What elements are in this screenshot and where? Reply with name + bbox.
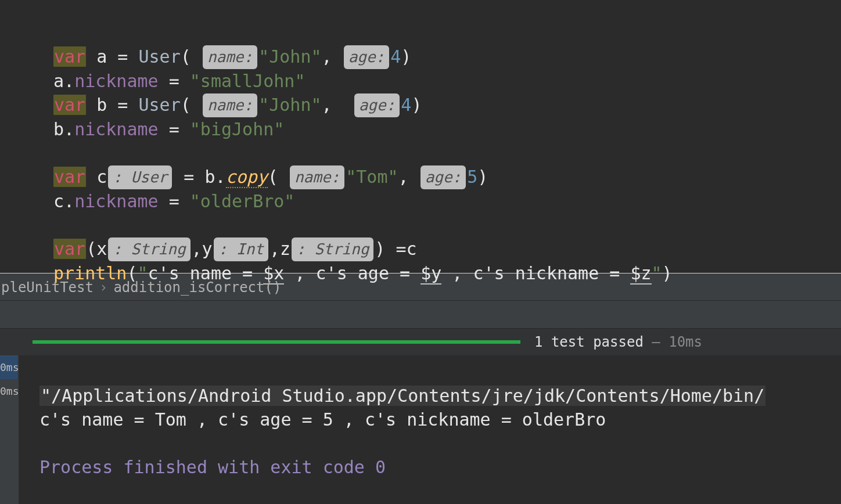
test-duration-gutter: 0ms 0ms [0, 355, 19, 504]
console-panel: 0ms 0ms "/Applications/Android Studio.ap… [0, 355, 841, 504]
type-hint: : String [292, 237, 373, 261]
console-stdout: c's name = Tom , c's age = 5 , c's nickn… [39, 409, 606, 430]
param-hint: name: [203, 93, 257, 117]
tests-duration-label: – 10ms [652, 334, 702, 350]
keyword-var: var [53, 239, 86, 259]
param-hint: age: [354, 93, 400, 117]
keyword-var: var [53, 95, 86, 115]
console-exit-line: Process finished with exit code 0 [39, 457, 386, 477]
keyword-var: var [53, 46, 86, 67]
test-results-bar: 1 test passed – 10ms [0, 329, 841, 355]
console-output[interactable]: "/Applications/Android Studio.app/Conten… [19, 355, 841, 504]
type-hint: : String [108, 237, 190, 261]
test-progress-bar [33, 340, 520, 344]
run-toolstrip [0, 301, 841, 329]
console-command: "/Applications/Android Studio.app/Conten… [39, 386, 765, 406]
type-hint: : User [108, 165, 172, 189]
keyword-var: var [53, 167, 86, 187]
chevron-right-icon: › [94, 279, 113, 296]
test-row-duration[interactable]: 0ms [0, 379, 17, 403]
param-hint: name: [290, 165, 344, 189]
type-hint: : Int [214, 237, 268, 261]
breadcrumb-method[interactable]: addition_isCorrect() [113, 279, 281, 296]
param-hint: age: [344, 45, 390, 69]
test-row-duration[interactable]: 0ms [0, 355, 17, 379]
code-editor[interactable]: var a = User( name:"John", age:4) a.nick… [0, 0, 841, 273]
param-hint: name: [203, 45, 257, 69]
param-hint: age: [420, 165, 466, 189]
breadcrumb-class[interactable]: pleUnitTest [1, 279, 94, 296]
tests-passed-label: 1 test passed [534, 334, 644, 350]
